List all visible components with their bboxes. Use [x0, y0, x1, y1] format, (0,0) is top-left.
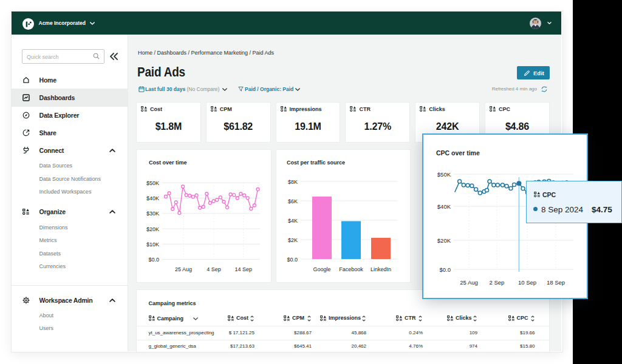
svg-text:$8K: $8K [288, 179, 298, 185]
svg-text:Google: Google [313, 266, 330, 272]
svg-text:$4K: $4K [288, 218, 298, 224]
svg-text:$10K: $10K [146, 241, 159, 248]
svg-text:25 Aug: 25 Aug [460, 279, 478, 286]
svg-text:14 Sep: 14 Sep [235, 266, 253, 272]
svg-text:$0.0: $0.0 [440, 266, 451, 273]
svg-text:$30K: $30K [146, 211, 159, 217]
svg-text:$20K: $20K [146, 226, 159, 232]
svg-text:$2K: $2K [288, 237, 298, 243]
svg-text:$0.0: $0.0 [287, 257, 298, 263]
svg-text:2 Sep: 2 Sep [490, 279, 505, 286]
svg-text:$40K: $40K [146, 195, 159, 201]
svg-text:$6K: $6K [288, 198, 298, 204]
svg-text:$20K: $20K [437, 237, 451, 244]
svg-text:$50K: $50K [146, 180, 159, 186]
svg-text:$40K: $40K [437, 203, 451, 210]
svg-text:Facebook: Facebook [339, 266, 363, 272]
svg-text:4 Sep: 4 Sep [207, 266, 221, 272]
svg-text:25 Aug: 25 Aug [175, 266, 192, 272]
svg-text:LinkedIn: LinkedIn [371, 266, 391, 272]
svg-text:18 Sep: 18 Sep [547, 279, 565, 286]
svg-text:$0.0: $0.0 [148, 257, 159, 263]
svg-text:$50K: $50K [437, 171, 451, 178]
svg-text:10 Sep: 10 Sep [518, 279, 536, 286]
